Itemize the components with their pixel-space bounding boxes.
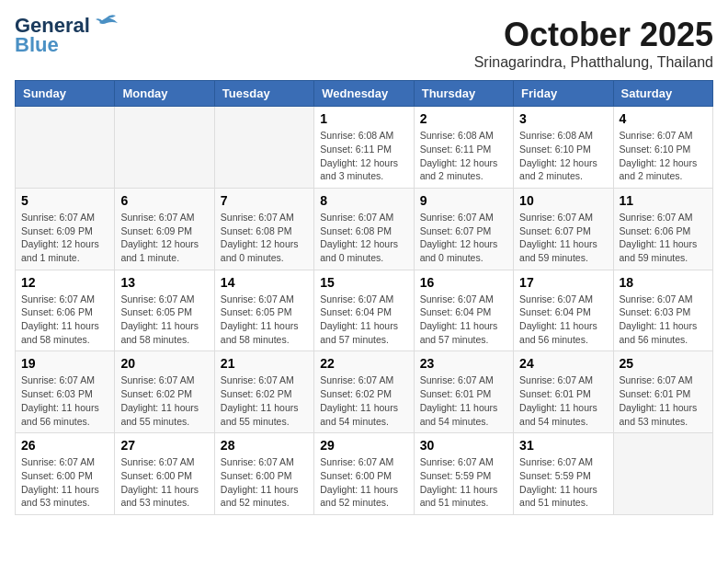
day-number: 24	[519, 356, 607, 371]
day-number: 28	[221, 438, 308, 453]
day-info: Sunrise: 6:07 AMSunset: 6:06 PMDaylight:…	[620, 211, 707, 265]
day-info: Sunrise: 6:07 AMSunset: 6:02 PMDaylight:…	[221, 373, 308, 428]
logo: General Blue	[15, 15, 119, 57]
calendar-day: 4Sunrise: 6:07 AMSunset: 6:10 PMDaylight…	[613, 107, 712, 189]
day-number: 29	[320, 438, 407, 453]
day-number: 25	[620, 356, 707, 371]
calendar-day: 5Sunrise: 6:07 AMSunset: 6:09 PMDaylight…	[16, 188, 115, 270]
calendar-day: 27Sunrise: 6:07 AMSunset: 6:00 PMDayligh…	[115, 433, 214, 515]
calendar-day: 26Sunrise: 6:07 AMSunset: 6:00 PMDayligh…	[16, 433, 115, 515]
calendar-week-3: 12Sunrise: 6:07 AMSunset: 6:06 PMDayligh…	[16, 270, 713, 351]
day-number: 27	[120, 438, 208, 453]
header-friday: Friday	[514, 81, 613, 107]
day-info: Sunrise: 6:07 AMSunset: 6:02 PMDaylight:…	[320, 373, 407, 428]
day-number: 26	[21, 438, 108, 453]
day-info: Sunrise: 6:07 AMSunset: 6:03 PMDaylight:…	[21, 373, 108, 428]
day-number: 6	[120, 193, 208, 208]
calendar-table: Sunday Monday Tuesday Wednesday Thursday…	[15, 80, 713, 515]
day-number: 4	[620, 111, 707, 126]
day-number: 20	[120, 356, 208, 371]
calendar-day	[214, 107, 313, 189]
calendar-week-5: 26Sunrise: 6:07 AMSunset: 6:00 PMDayligh…	[16, 433, 713, 515]
calendar-day: 21Sunrise: 6:07 AMSunset: 6:02 PMDayligh…	[214, 351, 313, 433]
calendar-day: 10Sunrise: 6:07 AMSunset: 6:07 PMDayligh…	[514, 188, 613, 270]
day-info: Sunrise: 6:08 AMSunset: 6:11 PMDaylight:…	[420, 129, 507, 183]
calendar-day: 24Sunrise: 6:07 AMSunset: 6:01 PMDayligh…	[514, 351, 613, 433]
day-info: Sunrise: 6:07 AMSunset: 5:59 PMDaylight:…	[420, 455, 507, 510]
logo-blue-text: Blue	[15, 33, 59, 57]
calendar-day: 19Sunrise: 6:07 AMSunset: 6:03 PMDayligh…	[16, 351, 115, 433]
day-info: Sunrise: 6:07 AMSunset: 6:04 PMDaylight:…	[420, 293, 507, 347]
location-subtitle: Srinagarindra, Phatthalung, Thailand	[474, 54, 713, 71]
day-info: Sunrise: 6:07 AMSunset: 6:08 PMDaylight:…	[320, 211, 407, 265]
day-info: Sunrise: 6:07 AMSunset: 6:01 PMDaylight:…	[620, 373, 707, 428]
day-number: 19	[21, 356, 108, 371]
calendar-day: 15Sunrise: 6:07 AMSunset: 6:04 PMDayligh…	[314, 270, 414, 351]
day-number: 21	[221, 356, 308, 371]
day-number: 3	[519, 111, 607, 126]
calendar-day: 11Sunrise: 6:07 AMSunset: 6:06 PMDayligh…	[613, 188, 712, 270]
day-info: Sunrise: 6:07 AMSunset: 6:00 PMDaylight:…	[221, 455, 308, 510]
day-number: 5	[21, 193, 108, 208]
day-info: Sunrise: 6:07 AMSunset: 5:59 PMDaylight:…	[519, 455, 607, 510]
day-info: Sunrise: 6:08 AMSunset: 6:11 PMDaylight:…	[320, 129, 407, 183]
calendar-week-1: 1Sunrise: 6:08 AMSunset: 6:11 PMDaylight…	[16, 107, 713, 189]
calendar-day: 6Sunrise: 6:07 AMSunset: 6:09 PMDaylight…	[115, 188, 214, 270]
header-wednesday: Wednesday	[314, 81, 414, 107]
day-info: Sunrise: 6:07 AMSunset: 6:00 PMDaylight:…	[120, 455, 208, 510]
calendar-week-2: 5Sunrise: 6:07 AMSunset: 6:09 PMDaylight…	[16, 188, 713, 270]
calendar-day: 2Sunrise: 6:08 AMSunset: 6:11 PMDaylight…	[414, 107, 513, 189]
calendar-header-row: Sunday Monday Tuesday Wednesday Thursday…	[16, 81, 713, 107]
day-number: 15	[320, 275, 407, 290]
header-sunday: Sunday	[16, 81, 115, 107]
calendar-day: 30Sunrise: 6:07 AMSunset: 5:59 PMDayligh…	[414, 433, 513, 515]
calendar-day: 8Sunrise: 6:07 AMSunset: 6:08 PMDaylight…	[314, 188, 414, 270]
calendar-day: 20Sunrise: 6:07 AMSunset: 6:02 PMDayligh…	[115, 351, 214, 433]
calendar-day	[613, 433, 712, 515]
header-monday: Monday	[115, 81, 214, 107]
calendar-day: 29Sunrise: 6:07 AMSunset: 6:00 PMDayligh…	[314, 433, 414, 515]
header-tuesday: Tuesday	[214, 81, 313, 107]
calendar-day: 23Sunrise: 6:07 AMSunset: 6:01 PMDayligh…	[414, 351, 513, 433]
calendar-day	[16, 107, 115, 189]
calendar-day: 28Sunrise: 6:07 AMSunset: 6:00 PMDayligh…	[214, 433, 313, 515]
day-info: Sunrise: 6:07 AMSunset: 6:07 PMDaylight:…	[519, 211, 607, 265]
day-number: 30	[420, 438, 507, 453]
calendar-day: 9Sunrise: 6:07 AMSunset: 6:07 PMDaylight…	[414, 188, 513, 270]
day-number: 23	[420, 356, 507, 371]
day-number: 7	[221, 193, 308, 208]
day-info: Sunrise: 6:07 AMSunset: 6:01 PMDaylight:…	[420, 373, 507, 428]
day-info: Sunrise: 6:07 AMSunset: 6:00 PMDaylight:…	[21, 455, 108, 510]
day-info: Sunrise: 6:08 AMSunset: 6:10 PMDaylight:…	[519, 129, 607, 183]
day-info: Sunrise: 6:07 AMSunset: 6:05 PMDaylight:…	[120, 293, 208, 347]
day-info: Sunrise: 6:07 AMSunset: 6:09 PMDaylight:…	[21, 211, 108, 265]
day-info: Sunrise: 6:07 AMSunset: 6:05 PMDaylight:…	[221, 293, 308, 347]
calendar-day: 1Sunrise: 6:08 AMSunset: 6:11 PMDaylight…	[314, 107, 414, 189]
day-number: 13	[120, 275, 208, 290]
day-number: 11	[620, 193, 707, 208]
day-info: Sunrise: 6:07 AMSunset: 6:08 PMDaylight:…	[221, 211, 308, 265]
page-header: General Blue October 2025 Srinagarindra,…	[15, 15, 713, 71]
calendar-day: 14Sunrise: 6:07 AMSunset: 6:05 PMDayligh…	[214, 270, 313, 351]
calendar-day	[115, 107, 214, 189]
day-info: Sunrise: 6:07 AMSunset: 6:09 PMDaylight:…	[120, 211, 208, 265]
day-number: 8	[320, 193, 407, 208]
logo-bird-icon	[94, 14, 119, 34]
day-info: Sunrise: 6:07 AMSunset: 6:04 PMDaylight:…	[519, 293, 607, 347]
calendar-day: 17Sunrise: 6:07 AMSunset: 6:04 PMDayligh…	[514, 270, 613, 351]
day-info: Sunrise: 6:07 AMSunset: 6:06 PMDaylight:…	[21, 293, 108, 347]
day-info: Sunrise: 6:07 AMSunset: 6:01 PMDaylight:…	[519, 373, 607, 428]
day-number: 2	[420, 111, 507, 126]
calendar-day: 25Sunrise: 6:07 AMSunset: 6:01 PMDayligh…	[613, 351, 712, 433]
calendar-day: 13Sunrise: 6:07 AMSunset: 6:05 PMDayligh…	[115, 270, 214, 351]
day-number: 31	[519, 438, 607, 453]
calendar-day: 12Sunrise: 6:07 AMSunset: 6:06 PMDayligh…	[16, 270, 115, 351]
day-info: Sunrise: 6:07 AMSunset: 6:00 PMDaylight:…	[320, 455, 407, 510]
title-area: October 2025 Srinagarindra, Phatthalung,…	[474, 15, 713, 71]
month-title: October 2025	[474, 15, 713, 54]
day-number: 1	[320, 111, 407, 126]
day-number: 22	[320, 356, 407, 371]
calendar-day: 3Sunrise: 6:08 AMSunset: 6:10 PMDaylight…	[514, 107, 613, 189]
day-number: 14	[221, 275, 308, 290]
day-number: 10	[519, 193, 607, 208]
